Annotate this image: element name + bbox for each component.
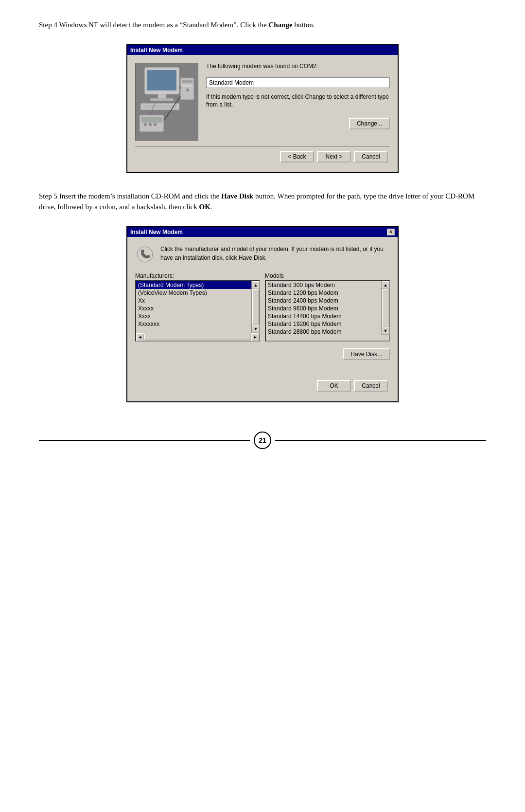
dialog2-have-disk-button[interactable]: Have Disk...	[343, 348, 390, 360]
model-item-6[interactable]: Standard 28800 bps Modem	[266, 328, 381, 335]
dialog2-body: Click the manufacturer and model of your…	[127, 237, 398, 401]
dialog1-right: The following modem was found on COM2: S…	[206, 63, 390, 141]
manufacturers-label: Manufacturers:	[135, 272, 260, 279]
dialog1-wrapper: Install New Modem	[39, 44, 486, 173]
manufacturers-scroll-down[interactable]: ▼	[252, 325, 260, 333]
models-scroll-area: Standard 300 bps Modem Standard 1200 bps…	[266, 281, 389, 335]
svg-rect-7	[182, 85, 192, 87]
manufacturers-listbox[interactable]: (Standard Modem Types) (VoiceView Modem …	[135, 280, 260, 342]
step4-paragraph: Step 4 Windows NT will detect the modem …	[39, 19, 486, 31]
dialog1-body: The following modem was found on COM2: S…	[127, 55, 398, 172]
step4-bold: Change	[269, 21, 293, 29]
page-footer: 21	[39, 432, 486, 449]
page-number-circle: 21	[254, 432, 271, 449]
dialog1-footer: < Back Next > Cancel	[135, 151, 390, 164]
models-scroll-thumb[interactable]	[382, 289, 388, 326]
manufacturer-item-2[interactable]: Xx	[136, 297, 251, 305]
dialog2-close-button[interactable]: ×	[387, 229, 395, 235]
step5-paragraph: Step 5 Insert the modem’s installation C…	[39, 191, 486, 213]
dialog2-top: Click the manufacturer and model of your…	[135, 245, 390, 266]
dialog1-titlebar: Install New Modem	[127, 45, 398, 55]
models-scroll-up[interactable]: ▲	[382, 281, 389, 289]
manufacturers-scroll-up[interactable]: ▲	[252, 281, 260, 289]
model-item-1[interactable]: Standard 1200 bps Modem	[266, 289, 381, 297]
dialog2-desc-text: Click the manufacturer and model of your…	[160, 245, 390, 262]
dialog1-next-button[interactable]: Next >	[317, 151, 351, 162]
dialog1-change-btn-row: Change...	[206, 118, 390, 129]
svg-rect-3	[158, 94, 166, 98]
svg-rect-6	[182, 80, 192, 83]
svg-point-15	[154, 123, 157, 126]
manufacturers-hscroll-right[interactable]: ►	[251, 333, 259, 341]
dialog2-footer: OK Cancel	[135, 380, 390, 394]
manufacturers-scroll-area: (Standard Modem Types) (VoiceView Modem …	[136, 281, 259, 333]
models-column: Models Standard 300 bps Modem Standard 1…	[265, 272, 390, 342]
models-label: Models	[265, 272, 390, 279]
svg-rect-12	[141, 117, 162, 123]
manufacturers-items: (Standard Modem Types) (VoiceView Modem …	[136, 281, 251, 333]
dialog1-cancel-button[interactable]: Cancel	[354, 151, 388, 162]
step5-text-end: .	[210, 203, 212, 211]
svg-point-13	[144, 123, 147, 126]
manufacturers-hscrollbar[interactable]: ◄ ►	[136, 333, 259, 341]
dialog2-title: Install New Modem	[130, 229, 183, 235]
dialog2-separator	[135, 371, 390, 371]
dialog1-separator	[135, 146, 390, 147]
manufacturer-item-1[interactable]: (VoiceView Modem Types)	[136, 289, 251, 297]
dialog2-wrapper: Install New Modem × Click the manufactur…	[39, 226, 486, 402]
dialog1-info-text: If this modem type is not correct, click…	[206, 93, 390, 109]
page-number: 21	[259, 436, 266, 444]
manufacturers-hscroll-thumb[interactable]	[144, 334, 251, 340]
dialog2-content: Click the manufacturer and model of your…	[135, 245, 390, 394]
manufacturer-item-0[interactable]: (Standard Modem Types)	[136, 281, 251, 289]
step5-text-before: Step 5 Insert the modem’s installation C…	[39, 192, 221, 200]
svg-point-14	[149, 123, 152, 126]
manufacturers-column: Manufacturers: (Standard Modem Types) (V…	[135, 272, 260, 342]
manufacturer-item-5[interactable]: Xxxxxxx	[136, 320, 251, 328]
step5-bold2: OK	[199, 203, 210, 211]
dialog2-cancel-button[interactable]: Cancel	[354, 380, 388, 392]
dialog1-found-text: The following modem was found on COM2:	[206, 63, 390, 70]
step4-text-after: button.	[293, 21, 315, 29]
manufacturers-scrollbar[interactable]: ▲ ▼	[251, 281, 259, 333]
dialog2-titlebar: Install New Modem ×	[127, 227, 398, 237]
svg-point-8	[186, 89, 189, 91]
manufacturers-hscroll-left[interactable]: ◄	[136, 333, 144, 341]
model-item-5[interactable]: Standard 19200 bps Modem	[266, 320, 381, 328]
dialog1-title: Install New Modem	[130, 47, 183, 54]
dialog1-image	[135, 63, 198, 141]
dialog1-change-button[interactable]: Change...	[349, 118, 390, 129]
page-footer-area: 21	[39, 432, 486, 449]
manufacturer-item-3[interactable]: Xxxxx	[136, 305, 251, 312]
svg-rect-4	[150, 98, 174, 101]
footer-right-line	[275, 440, 486, 441]
computer-modem-illustration	[136, 63, 198, 140]
svg-rect-2	[147, 70, 176, 90]
model-item-2[interactable]: Standard 2400 bps Modem	[266, 297, 381, 305]
models-listbox[interactable]: Standard 300 bps Modem Standard 1200 bps…	[265, 280, 390, 342]
models-items: Standard 300 bps Modem Standard 1200 bps…	[266, 281, 381, 335]
models-scrollbar[interactable]: ▲ ▼	[381, 281, 389, 335]
step5-bold1: Have Disk	[221, 192, 253, 200]
dialog1: Install New Modem	[126, 44, 399, 173]
manufacturer-item-4[interactable]: Xxxx	[136, 312, 251, 320]
model-item-0[interactable]: Standard 300 bps Modem	[266, 281, 381, 289]
dialog1-back-button[interactable]: < Back	[280, 151, 314, 162]
manufacturers-scroll-thumb[interactable]	[252, 289, 259, 325]
dialog2-ok-button[interactable]: OK	[317, 380, 351, 392]
model-item-4[interactable]: Standard 14400 bps Modem	[266, 312, 381, 320]
footer-left-line	[39, 440, 250, 441]
dialog1-content: The following modem was found on COM2: S…	[135, 63, 390, 141]
dialog2: Install New Modem × Click the manufactur…	[126, 226, 399, 402]
models-scroll-down[interactable]: ▼	[382, 327, 389, 335]
dialog2-have-disk-row: Have Disk...	[135, 348, 390, 360]
dialog1-modem-name: Standard Modem	[206, 77, 390, 88]
dialog2-phone-icon	[135, 245, 155, 266]
model-item-3[interactable]: Standard 9600 bps Modem	[266, 305, 381, 312]
dialog2-lists: Manufacturers: (Standard Modem Types) (V…	[135, 272, 390, 342]
step4-text-before: Step 4 Windows NT will detect the modem …	[39, 21, 269, 29]
